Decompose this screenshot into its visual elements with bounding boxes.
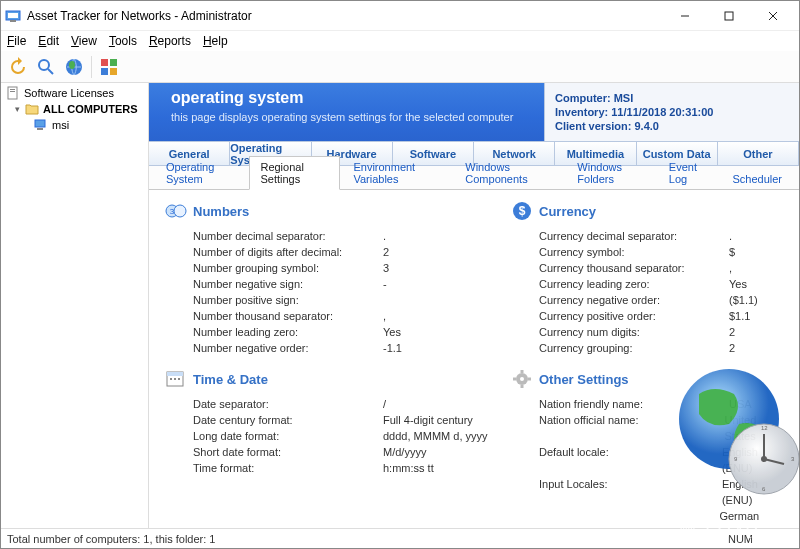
section-title: Other Settings [539,372,629,387]
kv-row: Number grouping symbol:3 [165,260,493,276]
svg-point-31 [520,377,524,381]
kv-row: Long date format:dddd, MMMM d, yyyy [165,428,493,444]
svg-rect-4 [725,12,733,20]
tree-node-msi[interactable]: msi [3,117,146,133]
window-buttons [663,2,795,30]
refresh-button[interactable] [5,54,31,80]
app-icon [5,8,21,24]
svg-rect-16 [10,89,15,90]
main-panel: Computer: MSI Inventory: 11/11/2018 20:3… [149,83,799,528]
kv-row: Date century format:Full 4-digit century [165,412,493,428]
svg-rect-11 [101,59,108,66]
kv-row: Currency decimal separator:. [511,228,789,244]
sub-tabs: Operating System Regional Settings Envir… [149,166,799,190]
kv-row: Number negative order:-1.1 [165,340,493,356]
subtab-operating-system[interactable]: Operating System [155,156,247,189]
subtab-regional-settings[interactable]: Regional Settings [249,156,340,190]
tab-other[interactable]: Other [718,142,799,165]
menu-file[interactable]: File [7,34,26,48]
search-button[interactable] [33,54,59,80]
kv-row: Number negative sign:- [165,276,493,292]
svg-rect-27 [178,378,180,380]
status-numlock: NUM [728,533,753,545]
kv-row: Currency symbol:$ [511,244,789,260]
menu-edit[interactable]: Edit [38,34,59,48]
minimize-button[interactable] [663,2,707,30]
kv-row: Short date format:M/d/yyyy [165,444,493,460]
tree-software-licenses[interactable]: Software Licenses [3,85,146,101]
kv-row: Input Locales:English (ENU) [511,476,789,508]
settings-button[interactable] [96,54,122,80]
subtab-win-components[interactable]: Windows Components [454,156,564,189]
calendar-icon [165,368,187,390]
kv-row: Nation official name:United States [511,412,789,444]
body: Software Licenses ▾ ALL COMPUTERS msi Co… [1,83,799,528]
tree-label: msi [52,119,69,131]
section-title: Numbers [193,204,249,219]
section-title: Time & Date [193,372,268,387]
close-button[interactable] [751,2,795,30]
subtab-scheduler[interactable]: Scheduler [721,168,793,189]
content-area[interactable]: 3 Numbers Number decimal separator:. Num… [149,190,799,528]
svg-rect-18 [35,120,45,127]
section-timedate: Time & Date [165,368,493,390]
kv-row: Currency positive order:$1.1 [511,308,789,324]
section-title: Currency [539,204,596,219]
titlebar: Asset Tracker for Networks - Administrat… [1,1,799,31]
kv-row: Currency negative order:($1.1) [511,292,789,308]
section-numbers: 3 Numbers [165,200,493,222]
kv-row: Default locale:English (ENU) [511,444,789,476]
gear-icon [511,368,533,390]
svg-rect-1 [8,13,18,18]
svg-text:$: $ [519,204,526,218]
svg-point-7 [39,60,49,70]
kv-row: Date separator:/ [165,396,493,412]
collapse-icon[interactable]: ▾ [13,104,21,114]
kv-row: Currency thousand separator:, [511,260,789,276]
kv-row: Time format:h:mm:ss tt [165,460,493,476]
page-header: Computer: MSI Inventory: 11/11/2018 20:3… [149,83,799,141]
status-bar: Total number of computers: 1, this folde… [1,528,799,548]
kv-row: Currency num digits:2 [511,324,789,340]
kv-row: German (DEU) [511,508,789,528]
currency-icon: $ [511,200,533,222]
kv-row: Number positive sign: [165,292,493,308]
svg-rect-17 [10,91,15,92]
kv-row: Currency grouping:2 [511,340,789,356]
app-window: Asset Tracker for Networks - Administrat… [0,0,800,549]
kv-row: Number of digits after decimal:2 [165,244,493,260]
menu-tools[interactable]: Tools [109,34,137,48]
window-title: Asset Tracker for Networks - Administrat… [27,9,663,23]
toolbar-separator [91,56,92,78]
kv-row: Nation friendly name:USA [511,396,789,412]
globe-button[interactable] [61,54,87,80]
section-currency: $ Currency [511,200,789,222]
header-inventory: Inventory: 11/11/2018 20:31:00 [555,105,713,119]
subtab-win-folders[interactable]: Windows Folders [566,156,655,189]
tree-all-computers[interactable]: ▾ ALL COMPUTERS [3,101,146,117]
menu-reports[interactable]: Reports [149,34,191,48]
header-computer: Computer: MSI [555,91,713,105]
tree-label: Software Licenses [24,87,114,99]
section-other: Other Settings [511,368,789,390]
menu-help[interactable]: Help [203,34,228,48]
kv-row: Number leading zero:Yes [165,324,493,340]
maximize-button[interactable] [707,2,751,30]
svg-rect-15 [8,87,17,99]
svg-rect-26 [174,378,176,380]
kv-row: Currency leading zero:Yes [511,276,789,292]
subtab-event-log[interactable]: Event Log [658,156,720,189]
tree-panel: Software Licenses ▾ ALL COMPUTERS msi [1,83,149,528]
svg-point-22 [174,205,186,217]
header-info-panel: Computer: MSI Inventory: 11/11/2018 20:3… [544,83,799,141]
svg-rect-14 [110,68,117,75]
menu-view[interactable]: View [71,34,97,48]
folder-open-icon [24,102,40,116]
kv-row: Number decimal separator:. [165,228,493,244]
toolbar [1,51,799,83]
svg-rect-24 [167,372,183,376]
subtab-env-vars[interactable]: Environment Variables [342,156,452,189]
numbers-icon: 3 [165,200,187,222]
page-title: operating system [171,89,303,107]
kv-row: Number thousand separator:, [165,308,493,324]
